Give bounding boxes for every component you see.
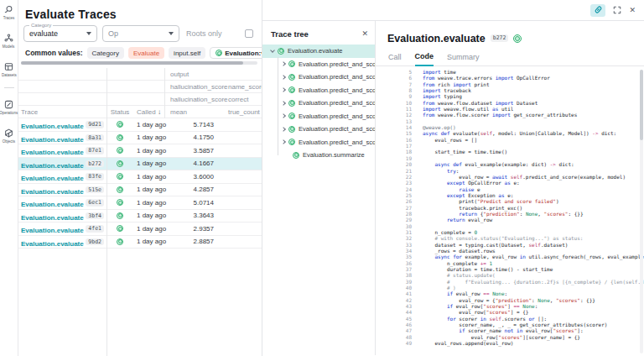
call-detail-panel: Evaluation.evaluate b272 CallCodeSummary… [376,21,644,355]
link-icon [594,3,603,18]
code-line: 16 eval_rows = [] [376,137,644,143]
code-line: 18 start_time = time.time() [376,149,644,154]
trace-tree-close-icon[interactable]: ✕ [361,29,368,38]
group-header-metric: correct [228,96,248,103]
mean-cell: 2.9357 [170,225,214,233]
tree-node-root[interactable]: Evaluation.evaluate [262,44,375,58]
trace-tree-panel: Trace tree ✕ Evaluation.evaluate Evaluat… [262,21,376,355]
common-value-chip[interactable]: Evaluate [128,47,164,59]
chevron-down-icon [86,32,91,35]
group-header-output: output [170,71,189,78]
code-line: 43 if eval_row["scores"] == None: [376,303,644,309]
models-icon [4,34,13,43]
tree-node-label: Evaluation.evaluate [288,47,342,55]
status-success-icon [117,121,123,128]
tab-code[interactable]: Code [415,52,434,66]
column-divider [164,68,165,118]
code-text: n_complete = 0 [423,229,477,235]
call-id-badge[interactable]: b272 [491,34,509,42]
code-text: from weave.trace.errors import OpCallErr… [423,75,550,81]
code-text: eval_rows = [] [423,137,477,143]
chevron-right-icon [281,101,286,106]
tree-node-label: Evaluation.predict_and_score [299,113,375,120]
table-row[interactable]: Evaluation.evaluate9bd21 day ago2.8857 [18,236,262,249]
column-header-status[interactable]: Status [106,108,133,116]
trace-tree-toggle-button[interactable] [590,4,605,17]
tree-node[interactable]: Evaluation.summarize [262,149,375,162]
fullscreen-icon[interactable] [613,6,621,14]
code-line: 27 traceback.print_exc() [376,205,644,211]
called-cell: 1 day ago [133,173,170,181]
code-text: from rich import print [423,81,490,87]
tree-node[interactable]: Evaluation.predict_and_score [262,84,375,97]
tree-node[interactable]: Evaluation.predict_and_score [262,123,375,136]
called-cell: 1 day ago [133,212,170,219]
code-line: 24 raise e [376,186,644,192]
op-select-placeholder: Op [108,29,118,38]
mean-cell: 4.1667 [170,160,214,167]
code-line: 7from rich import print [376,81,644,87]
common-value-chip[interactable]: Evaluation:v0 [210,47,262,59]
tree-node[interactable]: Evaluation.predict_and_score [262,58,375,71]
trace-id-cell: 4fe1 [87,225,106,233]
code-text: except OpCallError as e: [423,180,520,186]
trace-id-badge: 3bf4 [86,212,104,220]
common-value-chip[interactable]: input.self [169,47,205,59]
chevron-right-icon [281,61,286,66]
code-line: 46 scorer_name, _, _ = get_scorer_attrib… [376,322,644,327]
tree-node[interactable]: Evaluation.predict_and_score [262,136,375,149]
column-header-mean[interactable]: mean [170,108,214,116]
status-success-icon [117,238,123,245]
code-text: import traceback [423,87,471,93]
sidebar-item-operations[interactable]: Operations [0,100,18,115]
chip-label: Category [92,50,119,57]
code-text: @weave.op() [423,124,456,130]
code-text: async for example, eval_row in util.asyn… [423,254,644,259]
code-text: # status.update( [423,272,496,278]
trace-id-cell: 9bd2 [87,238,106,246]
line-number: 5 [376,69,423,75]
trace-id-cell: 83fe [87,173,106,181]
sort-desc-icon: ↓ [158,108,161,116]
sidebar-item-traces[interactable]: Traces [0,5,18,20]
code-line: 17 [376,143,644,149]
code-text: return {"prediction": None, "scores": {}… [423,211,584,217]
code-line: 44 eval_row["scores"] = {} [376,309,644,315]
trace-id-badge: 83fe [86,173,104,181]
sidebar-item-models[interactable]: Models [0,34,18,49]
scrollbar-thumb[interactable] [21,61,243,65]
mean-cell: 4.1750 [170,134,214,141]
close-icon[interactable]: ✕ [629,7,636,14]
sidebar-item-label: Operations [0,110,18,114]
tree-node[interactable]: Evaluation.predict_and_score [262,97,375,110]
code-line: 40 # ) [376,285,644,291]
category-select[interactable]: Category evaluate [23,25,97,42]
tree-node[interactable]: Evaluation.predict_and_score [262,71,375,84]
line-number: 36 [376,260,423,266]
sidebar-item-datasets[interactable]: Datasets [0,62,18,77]
roots-only-checkbox[interactable] [245,29,253,38]
tab-call[interactable]: Call [388,53,402,65]
table-group-header: hallucination_score correct [18,93,262,106]
common-value-chip[interactable]: Category [87,47,124,59]
column-header-true-count[interactable]: true_count [214,108,262,116]
called-cell: 1 day ago [133,134,170,141]
column-header-trace[interactable]: Trace [18,108,87,116]
op-success-icon [288,74,295,81]
scrollbar-thumb[interactable] [640,70,643,140]
op-select[interactable]: Op [102,25,179,42]
tree-node[interactable]: Evaluation.predict_and_score [262,110,375,123]
column-divider [106,68,107,356]
tree-node-label: Evaluation.predict_and_score [299,73,375,81]
sidebar-item-objects[interactable]: Objects [0,128,18,144]
tab-summary[interactable]: Summary [447,53,480,65]
sidebar-divider [4,87,14,88]
trace-id-cell: 8a31 [87,134,106,142]
code-text: from weave.flow.dataset import Dataset [423,100,538,106]
line-number: 33 [376,242,423,248]
horizontal-scrollbar[interactable] [21,61,257,65]
filter-bar: Category evaluate Op Roots only [23,24,262,43]
trace-id-badge: 6ec1 [86,199,104,207]
trace-link[interactable]: Evaluation.evaluate [21,240,84,248]
vertical-scrollbar[interactable] [640,70,643,353]
